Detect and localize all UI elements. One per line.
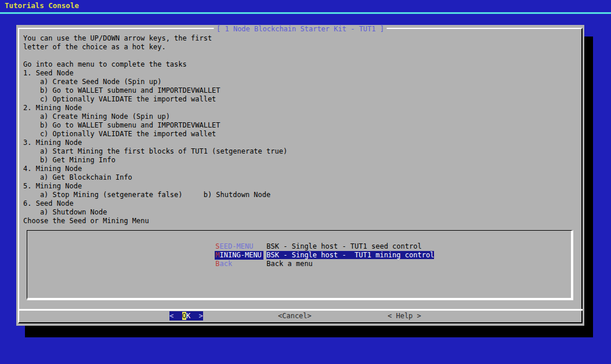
cancel-button[interactable]: <Cancel> xyxy=(278,311,312,321)
ok-hotkey: O xyxy=(182,312,186,320)
backtitle: Tutorials Console xyxy=(5,1,79,10)
menu-hotkey: S xyxy=(215,242,219,250)
dialog-message: You can use the UP/DOWN arrow keys, the … xyxy=(23,34,287,225)
menu-hotkey: M xyxy=(215,251,219,259)
menu-tag: SEED-MENU xyxy=(215,242,263,251)
dialog-window: [ 1 Node Blockchain Starter Kit - TUT1 ]… xyxy=(16,25,584,326)
help-button[interactable]: < Help > xyxy=(388,311,421,321)
menu-description: BSK - Single host - TUT1 seed control xyxy=(266,242,421,250)
menu-description: Back a menu xyxy=(266,260,312,268)
menu-hotkey: B xyxy=(215,260,219,268)
menu-tag-rest: EED-MENU xyxy=(220,242,254,250)
dialog-title: [ 1 Node Blockchain Starter Kit - TUT1 ] xyxy=(214,25,387,33)
ok-bracket-right: > xyxy=(190,312,203,320)
button-bar: < OK > <Cancel> < Help > xyxy=(16,311,584,325)
divider-line xyxy=(0,12,611,14)
menu-tag-rest: INING-MENU xyxy=(220,251,262,259)
menu-tag: Back xyxy=(215,260,263,268)
menu-tag: MINING-MENU xyxy=(215,251,263,260)
menu-item-seed-menu[interactable]: SEED-MENUBSK - Single host - TUT1 seed c… xyxy=(190,234,571,242)
menu-tag-rest: ack xyxy=(220,260,233,268)
ok-button[interactable]: < OK > xyxy=(169,311,203,321)
menu-list: SEED-MENUBSK - Single host - TUT1 seed c… xyxy=(27,230,573,300)
ok-bracket-left: < xyxy=(169,312,182,320)
menu-description: BSK - Single host - TUT1 mining control xyxy=(266,251,434,259)
